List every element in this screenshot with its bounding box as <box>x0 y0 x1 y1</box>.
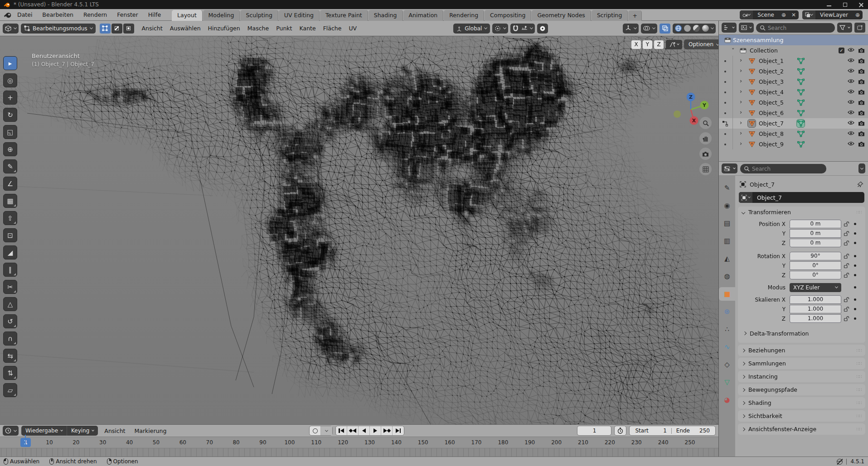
expand-chevron-icon[interactable]: › <box>740 57 742 63</box>
show-gizmo-dropdown[interactable] <box>623 24 639 34</box>
viewport-menu-fl-che[interactable]: Fläche <box>320 24 345 33</box>
options-dropdown[interactable]: Optionen <box>684 39 718 49</box>
breadcrumb-object[interactable]: Object_7 <box>750 181 775 188</box>
timeline-dropdown-keying[interactable]: Keying <box>67 426 98 436</box>
object-name-field[interactable]: Object_7 <box>739 192 864 203</box>
panel-header-sammlungen[interactable]: Sammlungen∷∷ <box>738 358 865 369</box>
eye-icon[interactable] <box>848 79 854 83</box>
tab-geometry-nodes[interactable]: Geometry Nodes <box>532 10 591 21</box>
expand-chevron-icon[interactable]: › <box>740 98 742 105</box>
timeline-editor-type[interactable] <box>3 426 19 436</box>
scene-selector[interactable]: Scene ⊕ ✕ <box>740 10 799 19</box>
tool-tweak-select[interactable]: ▸ <box>3 56 17 70</box>
camera-icon[interactable] <box>858 141 865 147</box>
properties-tab-world[interactable]: ◍ <box>719 269 735 283</box>
timeline-ruler[interactable]: 1 10203040506070809010011012013014015016… <box>0 437 718 448</box>
playhead-line[interactable] <box>25 435 26 445</box>
collection-checkbox[interactable]: ✓ <box>839 48 844 53</box>
tool-extrude-region[interactable]: ⇧ <box>3 211 17 225</box>
tool-cursor[interactable]: ◎ <box>3 73 17 87</box>
properties-tab-constraints[interactable]: ◇ <box>719 358 735 371</box>
show-overlays-dropdown[interactable] <box>641 24 657 34</box>
object-name[interactable]: Object_4 <box>759 89 784 96</box>
lock-toggle[interactable] <box>841 240 851 246</box>
object-name[interactable]: Object_3 <box>759 78 784 85</box>
animate-dot[interactable] <box>854 242 856 244</box>
next-keyframe-button[interactable] <box>381 426 393 435</box>
outliner-row-object-5[interactable]: ›Object_5 <box>719 97 868 108</box>
properties-tab-render[interactable]: ◉ <box>719 199 735 212</box>
scene-name[interactable]: Scene <box>753 12 779 18</box>
close-icon[interactable] <box>858 2 863 7</box>
proportional-falloff-dropdown[interactable] <box>666 40 682 49</box>
properties-tab-physics[interactable]: ∿ <box>719 340 735 354</box>
transform-orientation-dropdown[interactable]: Global <box>453 24 490 34</box>
lock-toggle[interactable] <box>841 316 851 322</box>
lock-toggle[interactable] <box>841 221 851 227</box>
tab-animation[interactable]: Animation <box>403 10 444 21</box>
eye-icon[interactable] <box>848 141 854 146</box>
camera-icon[interactable] <box>858 100 865 105</box>
rotation-mode-dropdown[interactable]: XYZ Euler <box>790 283 841 292</box>
tool-edge-slide[interactable]: ⇆ <box>3 349 17 363</box>
pin-icon[interactable] <box>857 181 863 187</box>
value-field[interactable]: 0 m <box>790 239 841 247</box>
animate-dot[interactable] <box>854 308 856 310</box>
tool-bevel[interactable]: ◢ <box>3 245 17 259</box>
outliner-row-object-7[interactable]: ›Object_7 <box>719 118 868 129</box>
timeline-menu-ansicht[interactable]: Ansicht <box>101 426 129 436</box>
tool-loop-cut[interactable]: ∥ <box>3 263 17 277</box>
transform-panel-header[interactable]: Transformieren ∷∷ <box>738 207 865 218</box>
properties-tab-scene[interactable]: ◭ <box>719 252 735 265</box>
material-preview-button[interactable] <box>693 25 700 32</box>
viewlayer-name[interactable]: ViewLayer <box>815 12 853 18</box>
mirror-z-button[interactable]: Z <box>654 40 664 49</box>
wireframe-shading-button[interactable] <box>675 25 682 32</box>
object-name[interactable]: Object_6 <box>759 110 784 116</box>
auto-keyframe-toggle[interactable] <box>310 426 321 435</box>
animate-dot[interactable] <box>854 274 856 276</box>
collection-name[interactable]: Collection <box>750 47 778 54</box>
eye-icon[interactable] <box>848 68 854 73</box>
snapping-controls[interactable] <box>510 24 535 34</box>
tool-transform[interactable]: ⊕ <box>3 142 17 156</box>
properties-tab-object[interactable]: ■ <box>719 287 735 301</box>
viewport-3d[interactable]: Benutzeransicht (1) Object_7 | Object_7 … <box>0 36 718 424</box>
vertex-select-button[interactable] <box>100 24 111 34</box>
add-workspace-button[interactable]: + <box>628 10 641 21</box>
lock-toggle[interactable] <box>841 231 851 236</box>
viewport-menu-ausw-hlen[interactable]: Auswählen <box>166 24 204 33</box>
value-field[interactable]: 0 m <box>790 220 841 228</box>
expand-chevron-icon[interactable]: › <box>740 88 742 95</box>
panel-header-shading[interactable]: Shading∷∷ <box>738 397 865 408</box>
pan-view-button[interactable] <box>699 132 712 144</box>
viewport-menu-ansicht[interactable]: Ansicht <box>138 24 166 33</box>
keying-set-dropdown[interactable] <box>321 426 332 435</box>
tool-knife[interactable]: ✂ <box>3 280 17 294</box>
animate-dot[interactable] <box>854 232 856 235</box>
expand-chevron-icon[interactable]: › <box>740 119 742 126</box>
eye-icon[interactable] <box>848 58 854 62</box>
outliner-row-scene-collection[interactable]: Szenensammlung <box>719 35 868 45</box>
tool-move[interactable]: + <box>3 91 17 105</box>
tab-texture-paint[interactable]: Texture Paint <box>320 10 368 21</box>
animate-dot[interactable] <box>854 317 856 320</box>
lock-toggle[interactable] <box>841 306 851 312</box>
viewport-menu-punkt[interactable]: Punkt <box>272 24 296 33</box>
tool-shear[interactable]: ▱ <box>3 383 17 397</box>
animate-dot[interactable] <box>854 264 856 267</box>
expand-chevron-icon[interactable]: › <box>740 109 742 115</box>
value-field[interactable]: 0 m <box>790 229 841 238</box>
value-field[interactable]: 0° <box>790 261 841 270</box>
tool-annotate[interactable]: ✎ <box>3 159 17 173</box>
animate-dot[interactable] <box>854 255 856 257</box>
panel-header-sichtbarkeit[interactable]: Sichtbarkeit∷∷ <box>738 410 865 422</box>
panel-header-instancing[interactable]: Instancing∷∷ <box>738 371 865 382</box>
viewport-menu-hinzuf-gen[interactable]: Hinzufügen <box>204 24 244 33</box>
camera-icon[interactable] <box>858 110 865 115</box>
menu-rendern[interactable]: Rendern <box>79 10 112 19</box>
editor-type-button[interactable] <box>3 24 19 34</box>
panel-header-bewegungspfade[interactable]: Bewegungspfade∷∷ <box>738 384 865 395</box>
lock-toggle[interactable] <box>841 272 851 278</box>
zoom-view-button[interactable] <box>699 117 712 129</box>
